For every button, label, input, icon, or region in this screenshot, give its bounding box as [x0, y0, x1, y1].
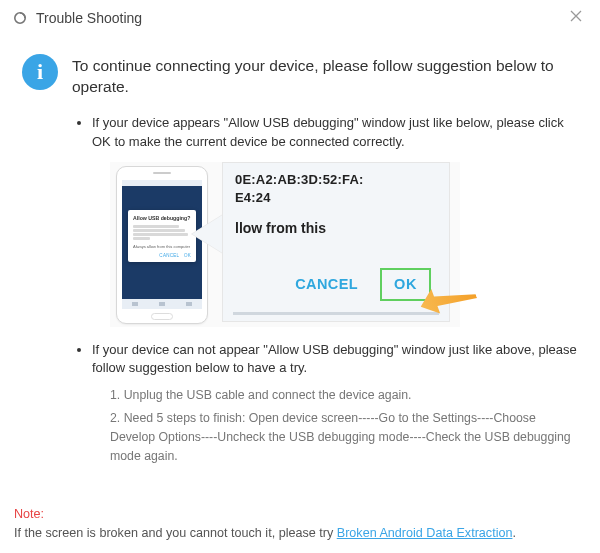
phone-ok-label: OK [184, 253, 191, 258]
headline: To continue connecting your device, plea… [72, 56, 578, 98]
zoom-ok-label: OK [394, 276, 417, 292]
note-link[interactable]: Broken Android Data Extraction [337, 526, 513, 540]
step-2: 2. Need 5 steps to finish: Open device s… [110, 409, 578, 466]
note-text: If the screen is broken and you cannot t… [14, 526, 337, 540]
main: To continue connecting your device, plea… [72, 54, 578, 480]
note-tail: . [512, 526, 516, 540]
zoom-cancel-label: CANCEL [295, 274, 358, 295]
phone-dialog-checkbox-label: Always allow from this computer [133, 244, 191, 250]
zoom-prompt: llow from this [235, 218, 437, 238]
instruction-item-1: If your device appears "Allow USB debugg… [92, 114, 578, 327]
mac-line-2: E4:24 [235, 189, 437, 208]
zoom-panel: 0E:A2:AB:3D:52:FA: E4:24 llow from this … [222, 162, 450, 322]
app-icon [12, 10, 28, 26]
steps: 1. Unplug the USB cable and connect the … [110, 386, 578, 466]
instruction-item-2: If your device can not appear "Allow USB… [92, 341, 578, 467]
callout-pointer [192, 214, 224, 254]
mac-line-1: 0E:A2:AB:3D:52:FA: [235, 171, 437, 190]
close-icon[interactable] [564, 7, 588, 28]
titlebar: Trouble Shooting [0, 0, 600, 36]
phone-cancel-label: CANCEL [159, 253, 179, 258]
instruction-list: If your device appears "Allow USB debugg… [72, 114, 578, 467]
info-icon: i [22, 54, 58, 90]
phone-dialog: Allow USB debugging? Always allow from t… [128, 210, 196, 263]
step-1: 1. Unplug the USB cable and connect the … [110, 386, 578, 405]
instruction-text-1: If your device appears "Allow USB debugg… [92, 115, 564, 149]
note-block: Note: If the screen is broken and you ca… [14, 505, 586, 543]
window-title: Trouble Shooting [36, 10, 142, 26]
phone-dialog-title: Allow USB debugging? [133, 215, 191, 223]
instruction-text-2: If your device can not appear "Allow USB… [92, 342, 577, 376]
illustration: Allow USB debugging? Always allow from t… [110, 162, 460, 327]
note-label: Note: [14, 507, 44, 521]
content: i To continue connecting your device, pl… [0, 36, 600, 480]
